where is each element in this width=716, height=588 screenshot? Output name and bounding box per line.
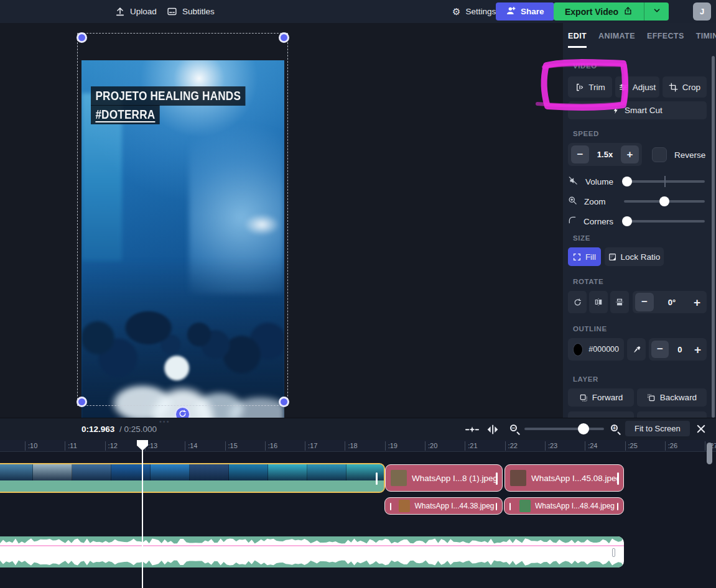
resize-handle-bottom-right[interactable] [279,397,289,407]
export-icon [623,6,633,17]
crop-button[interactable]: Crop [663,76,707,98]
layer-forward-button[interactable]: Forward [568,388,634,407]
clip-trim-handle[interactable] [496,472,498,485]
clip-trim-handle-left[interactable] [390,503,391,510]
panel-resize-dots[interactable]: ••• [159,418,170,425]
tab-timing[interactable]: TIMING [696,32,716,48]
export-video-button[interactable]: Export Video [554,2,644,21]
timeline-scrollbar[interactable] [707,443,712,464]
lock-ratio-button[interactable]: Lock Ratio [605,247,664,266]
rotate-cw-icon [574,298,582,306]
export-options-dropdown[interactable] [644,2,669,21]
split-clip-button[interactable] [485,422,501,437]
volume-slider-knob[interactable] [622,177,632,186]
settings-button[interactable]: ⚙ Settings [452,0,496,23]
tab-animate[interactable]: ANIMATE [598,32,635,48]
rotate-increase-button[interactable]: + [690,296,704,308]
upload-button[interactable]: Upload [115,0,157,23]
corners-slider[interactable] [624,220,705,223]
caption-overlay[interactable]: PROJETO HEALING HANDS #DOTERRA [91,86,279,124]
image-clip-top-1[interactable]: WhatsApp I...8 (1).jpeg [385,464,503,492]
video-thumbnail-frame [33,464,72,480]
corners-slider-knob[interactable] [622,216,632,226]
adjust-label: Adjust [633,83,656,92]
clip-trim-handle[interactable] [617,472,619,485]
zoom-slider[interactable] [624,200,705,203]
image-clip-bottom-2[interactable]: WhatsApp I...48.44.jpeg [504,497,624,515]
clip-trim-handle-right[interactable] [617,503,618,510]
image-clip-thumbnail [510,470,526,486]
volume-muted-icon [568,176,579,188]
audio-trim-handle[interactable] [612,548,615,557]
fill-button[interactable]: Fill [568,247,601,266]
rotate-decrease-button[interactable]: − [635,293,654,311]
clip-trim-handle-right[interactable] [496,503,497,510]
layer-front-button-partial[interactable] [568,411,634,418]
lock-ratio-label: Lock Ratio [621,252,661,262]
section-label-outline: OUTLINE [573,325,607,333]
corners-row: Corners [568,215,711,227]
volume-row: Volume [568,175,711,188]
outline-width-increase-button[interactable]: + [691,344,704,356]
rotate-90-button[interactable] [568,291,587,313]
flip-vertical-button[interactable] [610,291,629,313]
video-frame-white-shirts [81,316,284,418]
adjust-button[interactable]: Adjust [615,76,659,98]
video-clip-selected[interactable] [0,463,385,493]
playhead-line[interactable] [142,440,143,588]
outline-color-button[interactable]: #000000 [568,338,624,361]
video-preview[interactable]: PROJETO HEALING HANDS #DOTERRA [81,60,284,418]
clip-trim-handle-left[interactable] [509,503,511,510]
resize-handle-top-left[interactable] [77,32,87,43]
video-thumbnail-frame [229,464,268,480]
zoom-row: Zoom [568,195,711,208]
smart-cut-button[interactable]: Smart Cut [568,101,707,119]
subtitles-button[interactable]: Subtitles [167,0,215,23]
image-clip-bottom-1[interactable]: WhatsApp I...44.38.jpeg [384,497,503,515]
zoom-label: Zoom [584,197,606,206]
image-clip-name: WhatsApp I...45.08.jpeg [531,474,618,483]
panel-scrollbar[interactable] [712,56,715,418]
snap-toggle-button[interactable] [464,422,480,437]
section-label-speed: SPEED [573,130,599,137]
timeline-zoom-knob[interactable] [578,423,589,434]
resize-handle-bottom-left[interactable] [77,397,87,407]
audio-waveform-bottom [0,559,624,567]
resize-handle-top-right[interactable] [279,32,289,43]
timeline-zoom-out-button[interactable]: − [507,422,523,437]
layer-back-button-partial[interactable] [637,411,707,418]
layer-forward-icon [579,393,588,402]
playback-time: 0:12.963 / 0:25.000 [81,425,157,434]
timeline-zoom-in-button[interactable]: + [608,422,624,437]
edit-sidebar: EDIT ANIMATE EFFECTS TIMING VIDEO Trim A… [563,23,716,418]
image-clip-top-2[interactable]: WhatsApp I...45.08.jpeg [504,464,624,492]
timeline-zoom-slider[interactable] [524,428,604,430]
speed-decrease-button[interactable]: − [571,145,589,163]
fit-to-screen-label: Fit to Screen [635,424,681,433]
outline-width-stepper: − 0 + [649,338,707,361]
reverse-checkbox[interactable] [652,147,667,162]
fit-to-screen-button[interactable]: Fit to Screen [625,421,690,436]
image-clip-name: WhatsApp I...44.38.jpeg [414,502,494,510]
trim-button[interactable]: Trim [568,76,612,98]
video-editor-app: Upload Subtitles ⚙ Settings Share Export… [0,0,716,588]
flip-vertical-icon [615,298,624,306]
tab-effects[interactable]: EFFECTS [647,32,684,48]
audio-clip[interactable] [0,536,624,567]
video-clip-trim-handle[interactable] [376,472,378,485]
upload-icon [115,7,125,17]
timeline-ruler[interactable]: :10:11:12:13:14:15:16:17:18:19:20:21:22:… [0,440,716,452]
speed-increase-button[interactable]: + [621,145,639,163]
close-timeline-button[interactable] [693,421,709,436]
user-avatar[interactable]: J [693,2,711,21]
layer-backward-button[interactable]: Backward [637,388,707,407]
flip-horizontal-button[interactable] [589,291,608,313]
zoom-slider-knob[interactable] [659,196,669,206]
split-icon [486,425,499,434]
volume-slider[interactable] [624,180,705,183]
eyedropper-button[interactable] [627,338,646,361]
fill-icon [573,253,581,261]
share-button[interactable]: Share [496,2,554,21]
outline-width-decrease-button[interactable]: − [651,341,669,358]
tab-edit[interactable]: EDIT [568,32,587,48]
